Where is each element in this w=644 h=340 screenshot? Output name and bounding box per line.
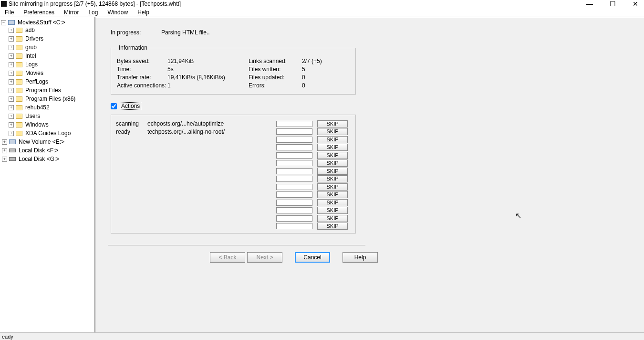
- drive-icon: [9, 149, 16, 152]
- skip-button[interactable]: SKIP: [317, 191, 348, 198]
- tree-folder[interactable]: +Windows: [0, 120, 94, 129]
- tree-folder[interactable]: +Program Files (x86): [0, 95, 94, 103]
- expand-icon[interactable]: +: [9, 96, 14, 102]
- tree-folder-label: Program Files: [25, 87, 61, 94]
- actions-label[interactable]: Actions: [120, 102, 141, 110]
- tree-folder[interactable]: +Program Files: [0, 86, 94, 95]
- skip-button[interactable]: SKIP: [317, 120, 348, 128]
- skip-button[interactable]: SKIP: [317, 183, 348, 191]
- menu-help[interactable]: Help: [134, 8, 153, 17]
- action-row: readytechposts.org/...alking-no-root/SKI…: [116, 128, 351, 136]
- expand-icon[interactable]: +: [2, 157, 7, 162]
- expand-icon[interactable]: +: [9, 105, 14, 110]
- menu-window[interactable]: Window: [104, 8, 132, 17]
- collapse-icon[interactable]: −: [1, 20, 6, 25]
- tree-drive[interactable]: +New Volume <E:>: [0, 138, 94, 146]
- expand-icon[interactable]: +: [9, 45, 14, 50]
- time-value: 5s: [167, 66, 249, 73]
- expand-icon[interactable]: +: [9, 114, 14, 119]
- skip-button[interactable]: SKIP: [317, 175, 348, 182]
- status-text: eady: [2, 334, 13, 340]
- expand-icon[interactable]: +: [9, 131, 14, 136]
- skip-button[interactable]: SKIP: [317, 152, 348, 159]
- tree-folder[interactable]: +adb: [0, 26, 94, 34]
- expand-icon[interactable]: +: [9, 28, 14, 33]
- action-row: SKIP: [116, 183, 351, 191]
- action-row: SKIP: [116, 167, 351, 175]
- menu-log[interactable]: Log: [84, 8, 102, 17]
- expand-icon[interactable]: +: [2, 148, 7, 153]
- tree-drive[interactable]: +Local Disk <F:>: [0, 146, 94, 155]
- tree-folder[interactable]: +Movies: [0, 69, 94, 77]
- skip-button[interactable]: SKIP: [317, 136, 348, 143]
- action-row: SKIP: [116, 151, 351, 159]
- skip-button[interactable]: SKIP: [317, 215, 348, 222]
- status-bar: eady: [0, 332, 644, 340]
- tree-folder[interactable]: +rehub452: [0, 103, 94, 112]
- skip-button[interactable]: SKIP: [317, 144, 348, 151]
- tree-drive[interactable]: +Local Disk <G:>: [0, 155, 94, 163]
- errors-label: Errors:: [249, 82, 302, 89]
- main-panel: In progress: Parsing HTML file.. Informa…: [95, 17, 644, 332]
- active-connections-label: Active connections:: [117, 82, 167, 89]
- in-progress-label: In progress:: [111, 29, 161, 36]
- next-button[interactable]: Next >: [247, 252, 282, 263]
- expand-icon[interactable]: +: [9, 36, 14, 42]
- actions-group: scanningechposts.org/...he/autoptimizeSK…: [111, 115, 356, 234]
- folder-icon: [16, 45, 22, 50]
- tree-folder[interactable]: +PerfLogs: [0, 77, 94, 86]
- tree-folder[interactable]: +Users: [0, 112, 94, 120]
- menu-preferences[interactable]: Preferences: [20, 8, 58, 17]
- back-button[interactable]: < Back: [210, 252, 245, 263]
- files-written-label: Files written:: [249, 66, 302, 73]
- files-written-value: 5: [302, 66, 350, 73]
- tree-folder[interactable]: +grub: [0, 43, 94, 52]
- actions-checkbox[interactable]: [111, 103, 117, 109]
- expand-icon[interactable]: +: [9, 122, 14, 128]
- action-state: scanning: [116, 120, 147, 127]
- menubar: File Preferences Mirror Log Window Help: [0, 8, 644, 17]
- action-row: SKIP: [116, 136, 351, 144]
- tree-folder-label: Movies: [25, 70, 43, 76]
- skip-button[interactable]: SKIP: [317, 128, 348, 135]
- titlebar: Site mirroring in progress [2/7 (+5), 12…: [0, 0, 644, 8]
- cancel-button[interactable]: Cancel: [295, 252, 330, 263]
- progress-bar: [276, 144, 312, 150]
- tree-folder-label: Users: [25, 113, 40, 119]
- progress-bar: [276, 223, 312, 229]
- skip-button[interactable]: SKIP: [317, 168, 348, 175]
- tree-folder[interactable]: +XDA Guides Logo: [0, 129, 94, 138]
- action-row: scanningechposts.org/...he/autoptimizeSK…: [116, 120, 351, 128]
- skip-button[interactable]: SKIP: [317, 199, 348, 206]
- tree-folder-label: Program Files (x86): [25, 96, 75, 102]
- action-row: SKIP: [116, 144, 351, 152]
- expand-icon[interactable]: +: [9, 62, 14, 67]
- skip-button[interactable]: SKIP: [317, 223, 348, 230]
- expand-icon[interactable]: +: [9, 71, 14, 76]
- folder-tree[interactable]: − Movies&Stuff <C:> +adb+Drivers+grub+In…: [0, 17, 95, 332]
- tree-folder[interactable]: +Logs: [0, 60, 94, 69]
- window-title: Site mirroring in progress [2/7 (+5), 12…: [9, 0, 181, 7]
- files-updated-label: Files updated:: [249, 74, 302, 81]
- tree-root[interactable]: − Movies&Stuff <C:>: [0, 19, 94, 26]
- skip-button[interactable]: SKIP: [317, 159, 348, 167]
- progress-bar: [276, 168, 312, 174]
- skip-button[interactable]: SKIP: [317, 207, 348, 214]
- expand-icon[interactable]: +: [9, 88, 14, 93]
- close-button[interactable]: ✕: [630, 0, 641, 8]
- menu-file[interactable]: File: [1, 8, 18, 17]
- maximize-button[interactable]: ☐: [607, 0, 618, 8]
- expand-icon[interactable]: +: [9, 53, 14, 59]
- minimize-button[interactable]: —: [584, 0, 595, 8]
- expand-icon[interactable]: +: [2, 139, 7, 145]
- tree-drive-label: Local Disk <G:>: [19, 156, 59, 162]
- expand-icon[interactable]: +: [9, 79, 14, 85]
- progress-bar: [276, 176, 312, 182]
- help-button[interactable]: Help: [343, 252, 378, 263]
- tree-folder-label: grub: [25, 44, 37, 51]
- folder-icon: [16, 28, 22, 33]
- menu-mirror[interactable]: Mirror: [60, 8, 83, 17]
- tree-folder[interactable]: +Intel: [0, 52, 94, 60]
- action-row: SKIP: [116, 191, 351, 199]
- tree-folder[interactable]: +Drivers: [0, 34, 94, 43]
